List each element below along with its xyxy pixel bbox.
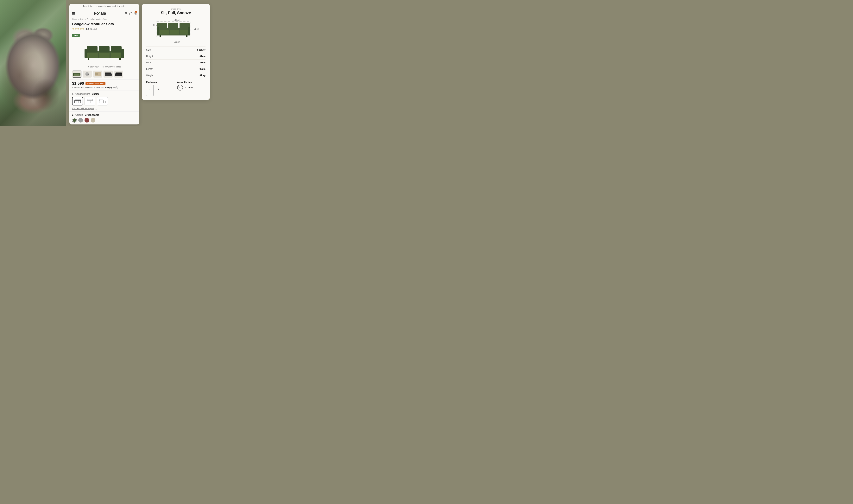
swatch-green-wattle[interactable] — [72, 118, 77, 123]
breadcrumb-home[interactable]: Home — [72, 18, 77, 20]
spec-label: Width — [146, 59, 173, 66]
swatch-cream[interactable] — [91, 118, 95, 123]
card-header: koala ⚲ ◯ ⎘ 2 — [69, 9, 139, 18]
view-360-label: 360° view — [90, 66, 98, 68]
svg-rect-20 — [98, 73, 101, 75]
spec-row: Weight87 kg — [146, 72, 205, 79]
assembly-label: Assembly time — [177, 81, 205, 83]
connect-expert-label: Connect with an expert — [72, 107, 94, 109]
connect-expert-link[interactable]: Connect with an expert ? — [72, 107, 137, 109]
config-option-3-button[interactable] — [97, 97, 108, 105]
logo[interactable]: koala — [94, 11, 106, 16]
promo-banner: Free delivery on any mattress or small i… — [69, 4, 139, 9]
svg-rect-9 — [88, 58, 89, 60]
assembly-content: 10 mins — [177, 85, 205, 91]
afterpay-text: 4 interest-free payments of $525 with — [72, 87, 104, 89]
colour-label: 2 Colour: Green Wattle — [72, 113, 137, 116]
view-360-button[interactable]: ⟳ 360° view — [88, 66, 98, 68]
rating-row: ★★★★½ 4.9 (1,532) — [72, 27, 137, 30]
sofa-main-svg — [83, 41, 126, 62]
rotate-icon: ⟳ — [88, 66, 89, 68]
image-actions: ⟳ 360° view ◈ View in your space — [72, 66, 137, 68]
thumbnail-1[interactable] — [72, 71, 81, 77]
config-step: 1 — [72, 93, 73, 95]
spec-value: 87 kg — [173, 72, 205, 79]
view-space-button[interactable]: ◈ View in your space — [102, 66, 121, 68]
spec-label: Length — [146, 66, 173, 72]
thumbnail-3[interactable] — [93, 71, 102, 77]
svg-rect-25 — [74, 101, 80, 103]
svg-rect-44 — [180, 30, 188, 35]
thumbnail-2[interactable]: 360° — [83, 71, 92, 77]
thumbnail-5[interactable] — [114, 71, 123, 77]
svg-rect-14 — [79, 73, 80, 76]
promo-text: Free delivery on any mattress or small i… — [83, 5, 125, 7]
spec-value: 138cm — [173, 59, 205, 66]
product-title-area: Bangalow Modular Sofa ★★★★½ 4.9 (1,532) — [69, 22, 139, 32]
dim-bottom-label: 162 cm — [173, 41, 181, 43]
sofa-dim-svg — [156, 21, 193, 38]
hamburger-menu-icon[interactable] — [72, 12, 75, 15]
header-icons: ⚲ ◯ ⎘ 2 — [125, 12, 137, 15]
svg-rect-42 — [160, 30, 169, 35]
colour-section: 2 Colour: Green Wattle — [69, 111, 139, 124]
svg-rect-8 — [111, 53, 121, 58]
cart-button[interactable]: ⎘ 2 — [134, 12, 137, 15]
config-option-2-button[interactable] — [85, 97, 95, 105]
main-content: Free delivery on any mattress or small i… — [66, 0, 213, 126]
colour-label-text: Colour: — [75, 113, 83, 116]
svg-rect-37 — [168, 23, 178, 29]
product-card: Free delivery on any mattress or small i… — [69, 4, 139, 124]
dim-subtitle: Deep dive — [146, 8, 205, 10]
dim-top-line: 138 cm — [157, 19, 196, 21]
view-space-label: View in your space — [105, 66, 121, 68]
packaging-label: Packaging — [146, 81, 175, 83]
svg-rect-24 — [115, 72, 122, 74]
account-icon[interactable]: ◯ — [129, 12, 133, 15]
dim-header: Deep dive Sit, Pull, Snooze — [146, 8, 205, 15]
config-options — [72, 97, 137, 105]
spec-value: 99cm — [173, 66, 205, 72]
review-count: (1,532) — [90, 28, 97, 30]
product-image — [72, 39, 137, 64]
product-image-area: ⟳ 360° view ◈ View in your space — [69, 37, 139, 70]
specs-table: Size3-seaterHeight51cmWidth138cmLength99… — [146, 47, 205, 78]
thumbnail-4[interactable] — [104, 71, 113, 77]
star-icons: ★★★★½ — [72, 27, 85, 30]
config-label-text: Configuration: — [75, 93, 90, 95]
package-boxes: 1 2 — [146, 85, 175, 96]
svg-rect-22 — [105, 72, 111, 74]
package-box-2: 2 — [155, 85, 162, 94]
dim-right-line — [197, 22, 197, 36]
packaging-row: Packaging 1 2 Assembly time — [146, 81, 205, 96]
svg-rect-1 — [87, 46, 97, 53]
svg-rect-19 — [95, 73, 98, 75]
product-title: Bangalow Modular Sofa — [72, 22, 137, 26]
afterpay-help-icon[interactable]: ? — [115, 87, 118, 89]
new-badge: New — [72, 34, 80, 37]
cart-count: 2 — [135, 11, 137, 13]
product-price: $1,590 — [72, 81, 84, 86]
clock-icon — [177, 85, 183, 91]
svg-rect-12 — [74, 73, 80, 74]
config-chaise-button[interactable] — [72, 97, 83, 105]
spec-label: Height — [146, 53, 173, 59]
svg-rect-13 — [73, 73, 74, 76]
svg-rect-3 — [111, 46, 122, 53]
swatch-terracotta[interactable] — [85, 118, 89, 123]
spec-row: Height51cm — [146, 53, 205, 59]
dimensions-card: Deep dive Sit, Pull, Snooze 138 cm 12 cm… — [142, 4, 210, 100]
spec-row: Width138cm — [146, 59, 205, 66]
thumbnail-row: 360° — [69, 70, 139, 79]
svg-rect-26 — [75, 99, 80, 101]
package-box-1: 1 — [146, 85, 153, 96]
search-icon[interactable]: ⚲ — [125, 12, 127, 15]
colour-value: Green Wattle — [85, 113, 99, 116]
signup-badge[interactable]: Signup & save 10%!* — [86, 82, 106, 85]
rating-number: 4.9 — [86, 28, 89, 30]
swatch-grey[interactable] — [78, 118, 83, 123]
svg-rect-34 — [104, 101, 106, 103]
colour-step: 2 — [72, 113, 73, 116]
breadcrumb-sofas[interactable]: Sofas — [79, 18, 85, 20]
svg-rect-10 — [119, 58, 121, 60]
